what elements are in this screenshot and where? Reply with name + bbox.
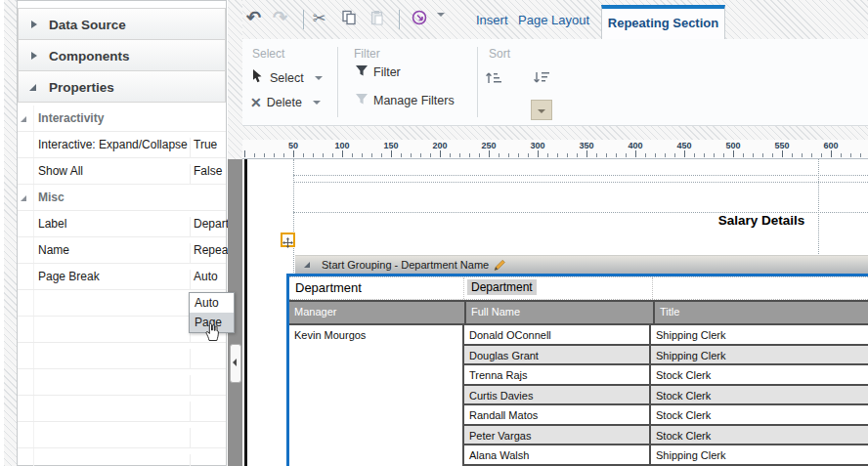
- group-collapse-icon: [21, 116, 26, 122]
- design-canvas: Salary Details Start Grouping - Departme…: [242, 159, 868, 466]
- report-designer-window: Data Source Components Properties Intera…: [0, 0, 868, 466]
- group-label: Interactivity: [38, 111, 188, 125]
- title-cell[interactable]: Shipping Clerk: [651, 346, 868, 364]
- department-field-cell[interactable]: Department: [464, 277, 653, 299]
- group-collapse-icon: [304, 262, 310, 268]
- table-header-row: Manager Full Name Title: [289, 300, 868, 325]
- sort-ascending-button[interactable]: [484, 70, 501, 88]
- header-cell-manager[interactable]: Manager: [289, 302, 464, 323]
- ruler-number: 200: [428, 141, 452, 150]
- ruler-cap-hatch: [242, 126, 868, 140]
- property-label: Show All: [38, 164, 188, 178]
- full-name-cell[interactable]: Curtis Davies: [464, 386, 651, 404]
- properties-grid: Interactivity Interactive: Expand/Collap…: [18, 106, 226, 466]
- table-row: Donald OConnell Shipping Clerk: [464, 325, 868, 346]
- manager-cell[interactable]: Kevin Mourgos: [289, 325, 464, 466]
- page-edge-line: [244, 159, 247, 466]
- property-value[interactable]: Depart: [190, 217, 229, 237]
- paste-button[interactable]: [369, 10, 384, 28]
- sidebar-item-components[interactable]: Components: [18, 39, 226, 71]
- property-row-page-break[interactable]: Page Break Auto: [18, 264, 226, 290]
- delete-x-icon: ✕: [250, 95, 262, 110]
- property-row[interactable]: Label Depart: [18, 211, 226, 237]
- manage-filters-label: Manage Filters: [373, 94, 455, 107]
- filter-funnel-icon: [355, 64, 369, 80]
- repeating-section-table: Department Department Manager Full Name …: [286, 274, 868, 466]
- edit-pencil-icon[interactable]: [493, 258, 507, 273]
- filter-button[interactable]: Filter: [355, 64, 401, 80]
- department-data-field[interactable]: Department: [467, 279, 537, 295]
- property-row[interactable]: Show All False: [18, 158, 226, 185]
- start-grouping-bar[interactable]: Start Grouping - Department Name: [295, 255, 868, 274]
- title-cell[interactable]: Stock Clerk: [651, 386, 868, 404]
- hand-cursor-icon: [204, 321, 221, 346]
- group-label: Misc: [38, 191, 188, 204]
- delete-button-label: Delete: [267, 96, 302, 109]
- report-title[interactable]: Salary Details: [664, 213, 859, 228]
- full-name-cell[interactable]: Donald OConnell: [464, 325, 651, 344]
- title-cell[interactable]: Stock Clerk: [651, 426, 868, 445]
- collapse-panel-button[interactable]: [230, 344, 241, 383]
- full-name-cell[interactable]: Alana Walsh: [464, 445, 651, 464]
- table-row: Curtis Davies Stock Clerk: [464, 386, 868, 406]
- preview-dropdown-button[interactable]: [437, 17, 445, 31]
- table-row: Douglas Grant Shipping Clerk: [464, 346, 868, 366]
- property-row[interactable]: Interactive: Expand/Collapse True: [18, 132, 226, 158]
- full-name-cell[interactable]: Douglas Grant: [464, 346, 651, 364]
- sidebar-item-data-source[interactable]: Data Source: [18, 8, 226, 40]
- employee-rows: Donald OConnell Shipping Clerk Douglas G…: [464, 325, 868, 466]
- title-cell[interactable]: Shipping Clerk: [651, 325, 868, 344]
- tab-insert[interactable]: Insert: [476, 13, 508, 27]
- property-group-interactivity[interactable]: Interactivity: [18, 106, 226, 132]
- sort-ascending-icon: [484, 70, 501, 88]
- accordion-label: Data Source: [49, 18, 126, 32]
- department-label-cell[interactable]: Department: [289, 277, 464, 299]
- title-cell[interactable]: Stock Clerk: [651, 405, 868, 424]
- horizontal-ruler: 50 100 150 200 250 300 350 400 450 500 5…: [242, 140, 868, 159]
- title-cell[interactable]: Shipping Clerk: [651, 445, 868, 464]
- move-handle[interactable]: [281, 233, 295, 247]
- delete-button[interactable]: ✕ Delete: [250, 95, 321, 110]
- ruler-number: 250: [477, 141, 500, 150]
- undo-button[interactable]: ↶: [246, 8, 261, 27]
- ruler-number: 550: [770, 141, 794, 150]
- table-row: Trenna Rajs Stock Clerk: [464, 365, 868, 386]
- margin-guide-left: [293, 159, 294, 276]
- preview-button[interactable]: [411, 9, 430, 30]
- sidebar-item-properties[interactable]: Properties: [18, 70, 226, 103]
- ribbon-overflow-button[interactable]: [531, 100, 552, 120]
- preview-run-icon: [411, 16, 430, 30]
- title-cell[interactable]: Stock Clerk: [651, 365, 868, 384]
- sort-descending-button[interactable]: [532, 70, 549, 88]
- ruler-major-ticks: [244, 150, 866, 157]
- select-button-label: Select: [270, 71, 304, 85]
- redo-button[interactable]: ↷: [273, 8, 287, 27]
- copy-button[interactable]: [341, 10, 357, 28]
- full-name-cell[interactable]: Trenna Rajs: [464, 365, 651, 384]
- cut-button[interactable]: ✂: [313, 9, 326, 28]
- header-cell-title[interactable]: Title: [653, 302, 868, 323]
- ruler-number: 450: [673, 141, 696, 150]
- property-row[interactable]: Name Repea: [18, 237, 226, 264]
- full-name-cell[interactable]: Randall Matos: [464, 405, 651, 424]
- select-button[interactable]: Select: [250, 68, 323, 87]
- left-edge-hatch: [4, 0, 17, 466]
- property-value[interactable]: False: [190, 164, 229, 185]
- full-name-cell[interactable]: Peter Vargas: [464, 426, 651, 445]
- tab-page-layout[interactable]: Page Layout: [518, 13, 589, 27]
- manage-filters-button[interactable]: Manage Filters: [355, 93, 455, 108]
- collapse-left-icon: [233, 359, 237, 366]
- ruler-number: 300: [526, 141, 549, 150]
- property-value[interactable]: Repea: [190, 243, 229, 264]
- toolbar-separator: [303, 10, 304, 29]
- dropdown-option-auto[interactable]: Auto: [190, 293, 234, 313]
- tab-repeating-section[interactable]: Repeating Section: [601, 5, 725, 39]
- empty-property-row: [18, 396, 226, 422]
- ribbon: Select Select ✕ Delete Filter Filter Man…: [242, 39, 868, 126]
- property-value[interactable]: Auto: [190, 270, 229, 290]
- header-cell-full-name[interactable]: Full Name: [464, 302, 653, 323]
- property-group-misc[interactable]: Misc: [18, 185, 226, 211]
- ruler-number: 150: [379, 141, 403, 150]
- property-value[interactable]: True: [190, 138, 229, 158]
- chevron-down-icon: [437, 13, 445, 31]
